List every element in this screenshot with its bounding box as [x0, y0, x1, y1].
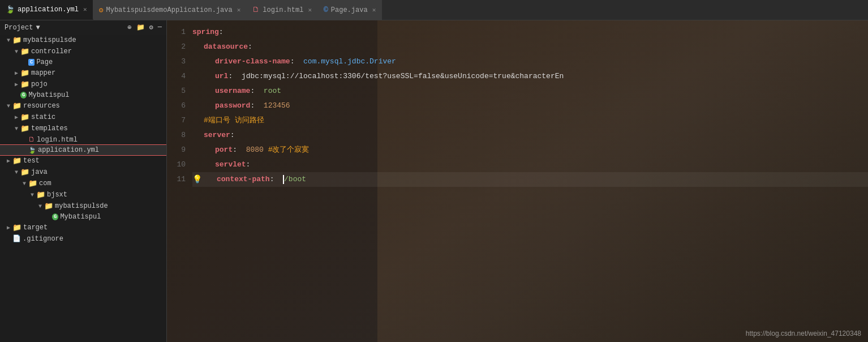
- arrow-target: [5, 224, 12, 231]
- folder-icon: 📁: [20, 124, 29, 133]
- tree-label: .gitignore: [23, 235, 63, 243]
- arrow-pojo: [12, 81, 20, 88]
- project-header[interactable]: Project ▼ ⊕ 📁 ⚙ —: [0, 20, 166, 35]
- tree-item-application-yml[interactable]: 🍃 application.yml: [0, 145, 166, 155]
- yml-file-icon: 🍃: [28, 147, 36, 154]
- tree-item-mybatispul2[interactable]: G Mybatispul: [0, 212, 166, 222]
- tab-page-java[interactable]: © Page.java ✕: [318, 0, 382, 20]
- code-line-4: url: jdbc:mysql://localhost:3306/test?us…: [192, 69, 868, 84]
- code-value: /boot: [284, 175, 306, 183]
- tree-label: static: [31, 113, 55, 121]
- code-line-2: datasource:: [192, 40, 868, 54]
- tree-label: application.yml: [38, 146, 99, 154]
- tab-close-btn[interactable]: ✕: [308, 6, 312, 14]
- arrow-resources: [5, 103, 12, 109]
- tree-item-gitignore[interactable]: 📄 .gitignore: [0, 233, 166, 244]
- arrow-mybatispulsde2: [36, 203, 44, 210]
- g-file-icon: G: [52, 213, 58, 220]
- folder-icon: 📁: [44, 202, 53, 211]
- tree-item-com[interactable]: 📁 com: [0, 178, 166, 189]
- tree-label: java: [31, 168, 48, 176]
- tree-item-mybatispulsde2[interactable]: 📁 mybatispulsde: [0, 200, 166, 212]
- tree-item-pojo[interactable]: 📁 pojo: [0, 79, 166, 90]
- tree-item-mapper[interactable]: 📁 mapper: [0, 67, 166, 79]
- tree-item-mybatispul1[interactable]: G Mybatispul: [0, 90, 166, 100]
- tab-login-html[interactable]: 🗋 login.html ✕: [247, 0, 318, 20]
- arrow-java: [12, 169, 20, 176]
- arrow-controller: [12, 49, 20, 55]
- arrow-bjsxt: [28, 192, 36, 198]
- folder-icon: 📁: [12, 156, 22, 165]
- tree-label: Mybatispul: [60, 213, 101, 221]
- tab-close-btn[interactable]: ✕: [372, 6, 376, 14]
- tree-item-target[interactable]: 📁 target: [0, 222, 166, 233]
- folder-icon: 📁: [36, 190, 45, 199]
- main-layout: Project ▼ ⊕ 📁 ⚙ — 📁 mybatispulsde 📁 cont…: [0, 20, 868, 342]
- tree-item-controller[interactable]: 📁 controller: [0, 46, 166, 57]
- tree-label: Mybatispul: [28, 91, 69, 99]
- folder-icon: 📁: [12, 36, 22, 45]
- tree-item-static[interactable]: 📁 static: [0, 112, 166, 123]
- tree-item-templates[interactable]: 📁 templates: [0, 123, 166, 134]
- tab-application-yml[interactable]: 🍃 application.yml ✕: [0, 0, 93, 20]
- tree-item-resources[interactable]: 📁 resources: [0, 100, 166, 112]
- arrow-test: [5, 157, 12, 164]
- arrow-templates: [12, 126, 20, 132]
- yml-icon: 🍃: [6, 5, 15, 14]
- html-file-icon: 🗋: [28, 135, 35, 144]
- code-keyword: username: [215, 87, 250, 95]
- tree-label: controller: [31, 48, 72, 55]
- tree-item-login-html[interactable]: 🗋 login.html: [0, 134, 166, 145]
- tree-item-mybatispulsde[interactable]: 📁 mybatispulsde: [0, 35, 166, 46]
- code-value: root: [264, 87, 281, 95]
- code-line-11: 💡 context-path: /boot: [192, 172, 868, 187]
- java-orange-icon: ⚙: [99, 6, 104, 15]
- folder-icon: 📁: [20, 69, 29, 78]
- code-keyword: port: [215, 146, 233, 154]
- tree-label: mybatispulsde: [23, 36, 76, 44]
- project-arrow: ▼: [36, 24, 40, 32]
- plain-file-icon: 📄: [12, 234, 21, 243]
- editor-area[interactable]: 1 2 3 4 5 6 7 8 9 10 11 spring: datasour…: [167, 20, 868, 342]
- code-value: 8080: [246, 146, 264, 154]
- code-value: com.mysql.jdbc.Driver: [303, 57, 396, 66]
- tree-item-java[interactable]: 📁 java: [0, 166, 166, 178]
- code-keyword: context-path: [217, 175, 270, 183]
- code-line-10: servlet:: [192, 157, 868, 172]
- folder-icon: 📁: [28, 179, 37, 188]
- new-file-icon[interactable]: ⊕: [127, 23, 131, 32]
- tab-mybatispulsdemoapplication[interactable]: ⚙ MybatispulsdemoApplication.java ✕: [93, 0, 247, 20]
- code-line-9: port: 8080 #改了个寂寞: [192, 143, 868, 157]
- tree-label: mybatispulsde: [55, 202, 108, 210]
- sidebar[interactable]: Project ▼ ⊕ 📁 ⚙ — 📁 mybatispulsde 📁 cont…: [0, 20, 167, 342]
- tab-label: MybatispulsdemoApplication.java: [106, 6, 232, 14]
- g-file-icon: G: [20, 92, 27, 99]
- settings-icon[interactable]: ⚙: [149, 23, 153, 32]
- tab-close-btn[interactable]: ✕: [83, 6, 87, 13]
- tree-label: login.html: [37, 136, 78, 144]
- tab-label: Page.java: [331, 6, 368, 14]
- code-area: 1 2 3 4 5 6 7 8 9 10 11 spring: datasour…: [167, 20, 868, 342]
- tree-item-page[interactable]: C Page: [0, 57, 166, 67]
- code-line-8: server:: [192, 128, 868, 143]
- tree-item-bjsxt[interactable]: 📁 bjsxt: [0, 189, 166, 200]
- tab-close-btn[interactable]: ✕: [237, 6, 241, 14]
- code-keyword: servlet: [215, 160, 246, 169]
- code-line-1: spring:: [192, 25, 868, 40]
- code-line-7: #端口号 访问路径: [192, 113, 868, 128]
- java-blue-icon: ©: [324, 6, 328, 14]
- c-file-icon: C: [28, 59, 35, 66]
- code-line-5: username: root: [192, 84, 868, 99]
- code-keyword: server: [204, 131, 230, 139]
- new-folder-icon[interactable]: 📁: [136, 23, 145, 32]
- code-value: jdbc:mysql://localhost:3306/test?useSSL=…: [242, 72, 564, 80]
- bulb-icon: 💡: [192, 172, 202, 187]
- code-keyword: driver-class-name: [215, 57, 290, 66]
- code-keyword: datasource: [204, 42, 248, 51]
- tree-item-test[interactable]: 📁 test: [0, 155, 166, 166]
- tree-label: com: [39, 179, 51, 187]
- folder-green-icon: 📁: [20, 168, 29, 177]
- tree-label: bjsxt: [47, 191, 67, 199]
- collapse-icon[interactable]: —: [158, 23, 162, 32]
- arrow-static: [12, 114, 20, 121]
